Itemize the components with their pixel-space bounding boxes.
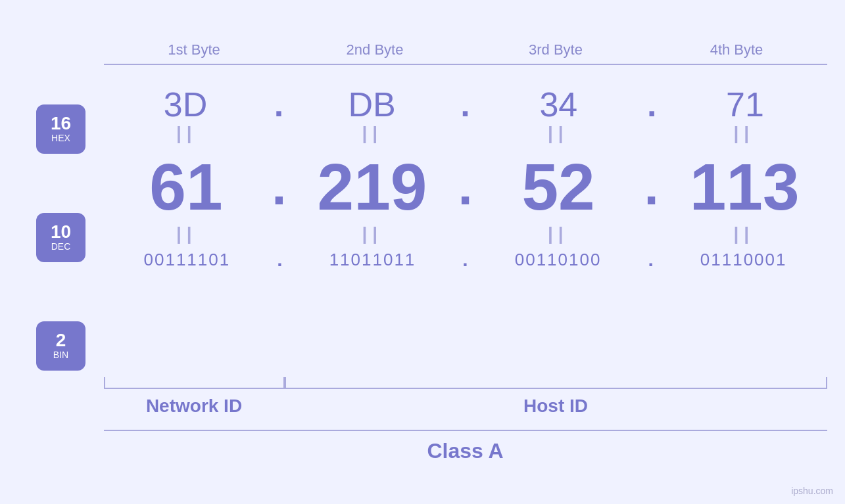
- network-id-label: Network ID: [104, 396, 285, 417]
- hex-badge-number: 16: [51, 114, 71, 133]
- dec-badge-number: 10: [51, 223, 71, 241]
- bin-badge-label: BIN: [53, 350, 68, 361]
- equals-2: || || || ||: [104, 225, 827, 243]
- main-container: 1st Byte 2nd Byte 3rd Byte 4th Byte 16 H…: [0, 41, 845, 463]
- bottom-section: Network ID Host ID: [104, 377, 827, 417]
- bin-byte2: 11011011: [289, 250, 456, 270]
- byte-header-3: 3rd Byte: [466, 41, 646, 65]
- hex-byte2: DB: [290, 85, 454, 124]
- network-bracket: [104, 377, 285, 389]
- dot-dec-1: .: [268, 160, 289, 213]
- hex-byte4: 71: [663, 85, 827, 124]
- host-id-label: Host ID: [285, 396, 827, 417]
- dot-dec-3: .: [640, 160, 662, 213]
- hex-byte3: 34: [477, 85, 640, 124]
- byte-header-2: 2nd Byte: [285, 41, 466, 65]
- dot-hex-3: .: [640, 87, 663, 122]
- host-bracket: [285, 377, 827, 389]
- dot-dec-2: .: [454, 160, 475, 213]
- bin-byte3: 00110100: [475, 250, 642, 270]
- dot-bin-1: .: [270, 250, 289, 269]
- byte-header-1: 1st Byte: [104, 41, 285, 65]
- dec-badge: 10 DEC: [36, 213, 85, 262]
- dec-row: 61 . 219 . 52 . 113: [104, 149, 827, 225]
- hex-badge-label: HEX: [51, 133, 70, 144]
- labels-column: 16 HEX 10 DEC 2 BIN: [18, 65, 104, 371]
- watermark: ipshu.com: [791, 486, 833, 496]
- dec-byte4: 113: [662, 149, 827, 225]
- dec-byte1: 61: [104, 149, 269, 225]
- bin-byte1: 00111101: [104, 250, 271, 270]
- hex-row: 3D . DB . 34 . 71: [104, 85, 827, 124]
- bin-row: 00111101 . 11011011 . 00110100 . 0111000…: [104, 250, 827, 270]
- bin-badge: 2 BIN: [36, 321, 85, 371]
- dot-bin-2: .: [456, 250, 474, 269]
- byte-header-4: 4th Byte: [646, 41, 827, 65]
- dec-byte2: 219: [290, 149, 455, 225]
- id-labels-row: Network ID Host ID: [104, 396, 827, 417]
- content-area: 16 HEX 10 DEC 2 BIN 3D . DB . 34 . 71: [18, 65, 827, 371]
- values-area: 3D . DB . 34 . 71 || || || || 61: [104, 65, 827, 270]
- class-a-label: Class A: [104, 430, 827, 463]
- bin-badge-number: 2: [56, 331, 66, 350]
- dec-badge-label: DEC: [51, 241, 71, 252]
- equals-1: || || || ||: [104, 124, 827, 143]
- dot-bin-3: .: [641, 250, 660, 269]
- dec-byte3: 52: [476, 149, 641, 225]
- brackets-row: [104, 377, 827, 389]
- dot-hex-2: .: [454, 87, 476, 122]
- class-section: Class A: [104, 430, 827, 463]
- hex-byte1: 3D: [104, 85, 268, 124]
- hex-badge: 16 HEX: [36, 104, 85, 154]
- bin-byte4: 01110001: [660, 250, 827, 270]
- dot-hex-1: .: [268, 87, 290, 122]
